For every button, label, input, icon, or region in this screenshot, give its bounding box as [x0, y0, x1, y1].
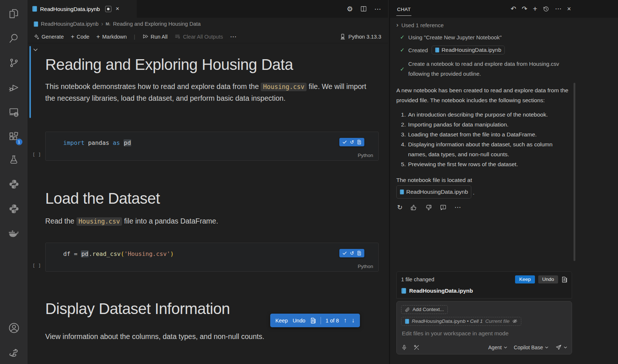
- diff-file-icon[interactable]: [310, 318, 316, 324]
- markdown-heading-info: Display Dataset Information: [45, 300, 230, 318]
- attached-context-pill[interactable]: ReadHousingData.ipynb • Cell 1 Current f…: [401, 317, 521, 326]
- sidebar-item-python-env[interactable]: [5, 175, 23, 193]
- beaker-icon: [9, 155, 19, 165]
- add-code-cell-button[interactable]: + Code: [71, 33, 89, 40]
- split-editor-icon[interactable]: [360, 6, 367, 12]
- mode-picker[interactable]: Agent: [488, 345, 507, 350]
- rerun-icon[interactable]: ↻: [397, 203, 403, 211]
- more-toolbar-icon[interactable]: ⋯: [230, 33, 236, 41]
- undo-button[interactable]: Undo: [293, 318, 306, 324]
- markdown-paragraph-intro: This notebook demonstrates how to read a…: [45, 81, 369, 104]
- cell-language-picker[interactable]: Python: [358, 264, 373, 269]
- chat-list-item: Displaying information about the dataset…: [407, 139, 572, 159]
- new-chat-icon[interactable]: +: [533, 4, 537, 13]
- sidebar-item-python-packages[interactable]: [5, 200, 23, 218]
- sparkle-icon: [33, 34, 39, 40]
- notebook-icon: [401, 288, 406, 294]
- code-line[interactable]: df = pd.read_csv('Housing.csv'): [63, 250, 174, 257]
- close-panel-icon[interactable]: ×: [567, 5, 571, 13]
- sidebar-item-docker[interactable]: [5, 224, 23, 243]
- chat-input[interactable]: [401, 329, 569, 340]
- send-button[interactable]: [555, 344, 567, 351]
- breadcrumb-file[interactable]: ReadHousingData.ipynb: [41, 21, 99, 27]
- sidebar-item-search[interactable]: [5, 29, 23, 47]
- undo-all-button[interactable]: Undo: [538, 275, 558, 283]
- history-icon[interactable]: [543, 6, 549, 12]
- chevron-down-icon: [504, 346, 507, 349]
- previous-change-icon[interactable]: ↑: [344, 317, 347, 324]
- chat-list-item: An introduction describing the purpose o…: [407, 110, 572, 119]
- account-button[interactable]: [5, 319, 23, 337]
- sidebar-item-run-debug[interactable]: [5, 78, 23, 97]
- gear-icon[interactable]: ⚙: [347, 5, 353, 13]
- add-markdown-cell-button[interactable]: + Markdown: [96, 33, 127, 40]
- execution-count: [ ]: [32, 152, 41, 157]
- run-all-button[interactable]: Run All: [142, 33, 168, 40]
- changed-file-row[interactable]: ReadHousingData.ipynb: [401, 288, 567, 294]
- remote-explorer-icon: [9, 107, 19, 117]
- thumbs-down-icon[interactable]: [425, 204, 432, 211]
- eye-off-icon: [512, 318, 518, 324]
- code-cell-read-csv[interactable]: [ ] df = pd.read_csv('Housing.csv') ↺ Py…: [45, 243, 379, 272]
- accept-check-icon[interactable]: [342, 140, 347, 144]
- editor-tab[interactable]: ReadHousingData.ipynb ×: [28, 0, 137, 18]
- model-picker[interactable]: Copilot Base: [514, 345, 549, 350]
- account-icon: [8, 322, 19, 333]
- toolbar-divider: |: [134, 34, 135, 40]
- manage-button[interactable]: [5, 343, 23, 362]
- accept-check-icon[interactable]: [342, 251, 347, 256]
- chat-input-toolbar: Agent Copilot Base: [401, 344, 567, 351]
- breadcrumb-section[interactable]: Reading and Exploring Housing Data: [113, 21, 201, 27]
- extensions-badge: 1: [16, 139, 22, 145]
- chevron-right-icon: ›: [396, 21, 399, 29]
- plus-icon: +: [71, 33, 74, 40]
- tab-chat[interactable]: CHAT: [396, 2, 411, 16]
- references-toggle[interactable]: › Used 1 reference: [396, 21, 572, 29]
- tools-icon[interactable]: [413, 344, 420, 351]
- view-file-icon[interactable]: [357, 251, 361, 256]
- redo-icon[interactable]: ↷: [522, 5, 527, 13]
- code-line[interactable]: import pandas as pd: [63, 139, 131, 146]
- diff-file-icon[interactable]: [561, 276, 567, 283]
- markdown-paragraph-load: Read the Housing.csv file into a pandas …: [45, 215, 369, 227]
- sidebar-item-remote-explorer[interactable]: [5, 103, 23, 121]
- kernel-picker[interactable]: Python 3.13.3: [339, 33, 388, 40]
- clear-all-outputs-button[interactable]: Clear All Outputs: [175, 33, 223, 40]
- collapse-chevron-icon[interactable]: [33, 47, 38, 53]
- discard-icon[interactable]: ↺: [350, 140, 354, 144]
- sidebar-item-testing[interactable]: [5, 150, 23, 169]
- breadcrumb-separator: ›: [101, 21, 103, 27]
- keep-button[interactable]: Keep: [275, 318, 288, 324]
- markdown-paragraph-info: View information about the columns, data…: [45, 331, 369, 342]
- more-icon[interactable]: ⋯: [454, 203, 461, 211]
- docker-icon: [8, 228, 19, 239]
- discard-icon[interactable]: ↺: [350, 251, 354, 256]
- files-icon: [9, 8, 19, 19]
- report-issue-icon[interactable]: [440, 204, 447, 211]
- more-actions-icon[interactable]: ⋯: [374, 5, 381, 13]
- file-chip[interactable]: ReadHousingData.ipynb: [432, 46, 505, 54]
- file-chip[interactable]: ReadHousingData.ipynb: [396, 185, 471, 199]
- python-icon: [9, 179, 19, 189]
- add-context-button[interactable]: Add Context...: [401, 305, 448, 314]
- notebook-icon: [435, 47, 439, 53]
- keep-all-button[interactable]: Keep: [515, 275, 535, 283]
- cell-language-picker[interactable]: Python: [358, 153, 373, 158]
- chat-scrollbar[interactable]: [574, 83, 575, 261]
- assistant-list: An introduction describing the purpose o…: [396, 110, 572, 169]
- next-change-icon[interactable]: ↓: [351, 317, 355, 324]
- thumbs-up-icon[interactable]: [410, 204, 417, 211]
- sidebar-item-source-control[interactable]: [5, 54, 23, 72]
- modified-indicator[interactable]: [105, 6, 111, 12]
- tab-close-icon[interactable]: ×: [116, 5, 119, 13]
- generate-button[interactable]: Generate: [33, 34, 64, 40]
- sidebar-item-extensions[interactable]: 1: [5, 128, 23, 146]
- view-file-icon[interactable]: [357, 140, 361, 144]
- more-icon[interactable]: ⋯: [555, 5, 561, 13]
- notebook-toolbar: Generate + Code + Markdown | Run All Cle…: [28, 30, 388, 43]
- mic-icon[interactable]: [401, 345, 407, 351]
- undo-icon[interactable]: ↶: [511, 5, 516, 13]
- code-cell-import[interactable]: [ ] import pandas as pd ↺ Python: [45, 132, 379, 161]
- editor-actions: ⚙ ⋯: [347, 0, 388, 18]
- sidebar-item-explorer[interactable]: [5, 4, 23, 23]
